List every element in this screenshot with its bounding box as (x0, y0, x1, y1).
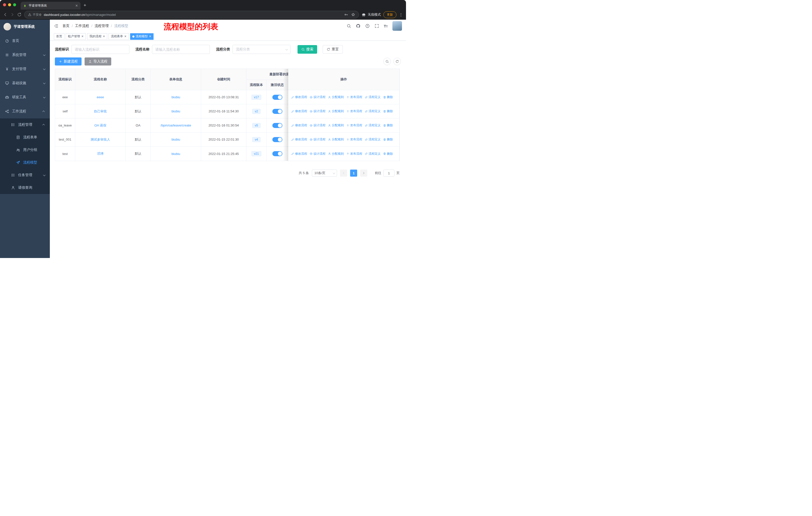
sidebar-item-leave-query[interactable]: 请假查询 (0, 182, 50, 194)
close-window-button[interactable] (3, 3, 6, 6)
category-select[interactable]: 流程分类 (233, 45, 290, 54)
tab-close-icon[interactable]: ✕ (75, 4, 78, 7)
model-name-link[interactable]: 测试多审批人 (91, 137, 110, 142)
sidebar-item-infra[interactable]: 基础设施 (0, 76, 50, 90)
design-process-action[interactable]: 设计流程 (310, 152, 325, 156)
close-icon[interactable]: ✕ (103, 35, 105, 38)
breadcrumb-item[interactable]: 首页 (62, 24, 69, 28)
bookmark-star-icon[interactable] (351, 12, 355, 17)
assign-rule-action[interactable]: 分配规则 (328, 95, 344, 99)
prev-page-button[interactable] (340, 169, 347, 176)
form-info-link[interactable]: biubiu (171, 109, 180, 113)
import-process-button[interactable]: 导入流程 (85, 57, 111, 65)
design-process-action[interactable]: 设计流程 (310, 123, 325, 128)
process-definition-action[interactable]: 流程定义 (365, 109, 381, 113)
sidebar-item-system[interactable]: 系统管理 (0, 48, 50, 62)
goto-page-input[interactable] (383, 169, 395, 176)
active-toggle[interactable] (272, 151, 283, 156)
active-toggle[interactable] (272, 95, 283, 100)
close-icon[interactable]: ✕ (124, 35, 126, 38)
sidebar-item-process-model[interactable]: 流程模型 (0, 156, 50, 169)
sidebar-item-devtools[interactable]: 研发工具 (0, 90, 50, 104)
sidebar-item-user-group[interactable]: 用户分组 (0, 144, 50, 156)
search-button[interactable]: 搜索 (297, 45, 317, 54)
minimize-window-button[interactable] (8, 3, 11, 6)
site-security-indicator[interactable]: 不安全 (28, 12, 42, 17)
model-name-link[interactable]: OA 请假 (94, 123, 107, 128)
sidebar-item-process-management[interactable]: 流程管理 (0, 118, 50, 131)
assign-rule-action[interactable]: 分配规则 (328, 109, 344, 113)
close-icon[interactable]: ✕ (149, 35, 151, 38)
address-bar[interactable]: 不安全 dashboard.yudao.iocoder.cn/bpm/manag… (24, 11, 359, 19)
search-icon[interactable] (347, 24, 351, 28)
password-key-icon[interactable] (344, 12, 348, 17)
create-process-button[interactable]: 新建流程 (55, 57, 82, 65)
process-definition-action[interactable]: 流程定义 (365, 152, 381, 156)
font-size-icon[interactable]: TT (384, 24, 388, 28)
assign-rule-action[interactable]: 分配规则 (328, 152, 344, 156)
process-definition-action[interactable]: 流程定义 (365, 123, 381, 128)
forward-button[interactable] (10, 12, 14, 17)
edit-process-action[interactable]: 修改流程 (291, 137, 307, 142)
process-name-input[interactable] (152, 45, 210, 54)
page-number-current[interactable]: 1 (350, 169, 357, 176)
window-controls[interactable] (3, 0, 16, 9)
close-icon[interactable]: ✕ (81, 35, 84, 38)
model-name-link[interactable]: 自己审批 (94, 109, 107, 114)
publish-process-action[interactable]: 发布流程 (346, 123, 362, 128)
sidebar-item-process-form[interactable]: 流程表单 (0, 131, 50, 144)
new-tab-button[interactable]: + (84, 3, 86, 9)
delete-process-action[interactable]: 删除 (383, 137, 393, 142)
edit-process-action[interactable]: 修改流程 (291, 123, 307, 128)
delete-process-action[interactable]: 删除 (383, 109, 393, 113)
sidebar-item-workflow[interactable]: 工作流程 (0, 104, 50, 118)
tag-process-model[interactable]: 流程模型 ✕ (130, 33, 153, 40)
edit-process-action[interactable]: 修改流程 (291, 152, 307, 156)
process-definition-action[interactable]: 流程定义 (365, 137, 381, 142)
publish-process-action[interactable]: 发布流程 (346, 95, 362, 99)
fullscreen-icon[interactable] (375, 24, 379, 28)
tag-my-process[interactable]: 我的流程 ✕ (87, 33, 107, 40)
delete-process-action[interactable]: 删除 (383, 152, 393, 156)
edit-process-action[interactable]: 修改流程 (291, 109, 307, 113)
form-info-link[interactable]: biubiu (171, 152, 180, 156)
delete-process-action[interactable]: 删除 (383, 95, 393, 99)
sidebar-item-payment[interactable]: 支付管理 (0, 62, 50, 76)
next-page-button[interactable] (360, 169, 367, 176)
form-info-link[interactable]: /bpm/oa/leave/create (161, 124, 191, 127)
back-button[interactable] (3, 12, 7, 17)
model-name-link[interactable]: eeee (97, 95, 104, 99)
publish-process-action[interactable]: 发布流程 (346, 152, 362, 156)
chrome-update-button[interactable]: 更新 (383, 11, 397, 18)
tag-tenant[interactable]: 租户管理 ✕ (66, 33, 86, 40)
user-avatar[interactable] (393, 21, 402, 31)
help-icon[interactable]: ? (365, 24, 370, 28)
active-toggle[interactable] (272, 123, 283, 128)
sidebar-item-home[interactable]: 首页 (0, 34, 50, 48)
toggle-search-button[interactable] (383, 58, 391, 65)
design-process-action[interactable]: 设计流程 (310, 109, 325, 113)
form-info-link[interactable]: biubiu (171, 95, 180, 99)
publish-process-action[interactable]: 发布流程 (346, 137, 362, 142)
tag-process-form[interactable]: 流程表单 ✕ (109, 33, 128, 40)
model-name-link[interactable]: 滔博 (97, 152, 104, 156)
reload-button[interactable] (17, 12, 22, 17)
reset-button[interactable]: 重置 (323, 45, 343, 54)
browser-tab[interactable]: 芋道管理系统 ✕ (21, 2, 81, 9)
breadcrumb-item[interactable]: 工作流程 (75, 24, 89, 28)
design-process-action[interactable]: 设计流程 (310, 137, 325, 142)
breadcrumb-item[interactable]: 流程管理 (95, 24, 109, 28)
sidebar-item-task-management[interactable]: 任务管理 (0, 169, 50, 182)
collapse-sidebar-icon[interactable] (54, 24, 58, 28)
process-id-input[interactable] (71, 45, 129, 54)
active-toggle[interactable] (272, 109, 283, 114)
browser-menu-icon[interactable]: ⋮ (399, 12, 403, 17)
delete-process-action[interactable]: 删除 (383, 123, 393, 128)
github-icon[interactable] (356, 24, 360, 28)
zoom-window-button[interactable] (13, 3, 16, 6)
refresh-table-button[interactable] (394, 58, 401, 65)
edit-process-action[interactable]: 修改流程 (291, 95, 307, 99)
active-toggle[interactable] (272, 137, 283, 142)
process-definition-action[interactable]: 流程定义 (365, 95, 381, 99)
publish-process-action[interactable]: 发布流程 (346, 109, 362, 113)
